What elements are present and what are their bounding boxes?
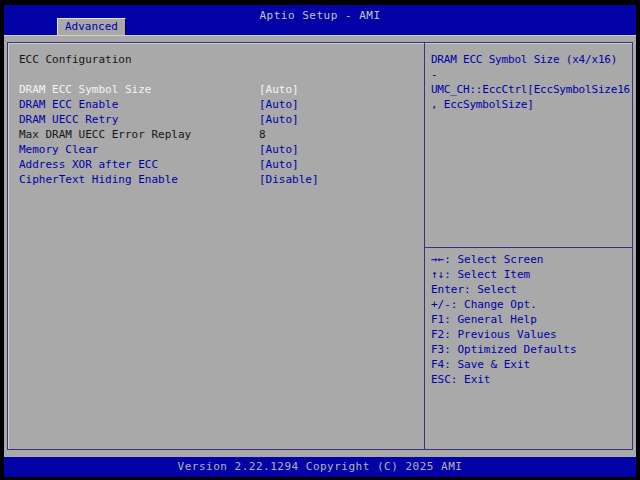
setting-label: DRAM UECC Retry — [19, 112, 118, 127]
bios-setup-screen: Aptio Setup - AMI Advanced ECC Configura… — [4, 5, 636, 477]
setting-row-ciphertext-hiding-enable[interactable]: CipherText Hiding Enable[Disable] — [19, 172, 424, 187]
key-hint-: →←: Select Screen — [431, 252, 630, 267]
setting-row-dram-ecc-enable[interactable]: DRAM ECC Enable[Auto] — [19, 97, 424, 112]
main-area: ECC Configuration DRAM ECC Symbol Size[A… — [4, 36, 636, 457]
help-line: , EccSymbolSize] — [431, 97, 630, 112]
header-bar: Aptio Setup - AMI Advanced — [4, 5, 636, 36]
setting-row-memory-clear[interactable]: Memory Clear[Auto] — [19, 142, 424, 157]
setting-row-dram-uecc-retry[interactable]: DRAM UECC Retry[Auto] — [19, 112, 424, 127]
key-hint-f3: F3: Optimized Defaults — [431, 342, 630, 357]
settings-pane: ECC Configuration DRAM ECC Symbol Size[A… — [8, 43, 424, 449]
item-help-text: DRAM ECC Symbol Size (x4/x16)-UMC_CH::Ec… — [425, 43, 632, 247]
setting-value[interactable]: [Auto] — [259, 157, 299, 172]
key-hint-: ↑↓: Select Item — [431, 267, 630, 282]
setting-value[interactable]: [Auto] — [259, 82, 299, 97]
help-line: - — [431, 67, 630, 82]
version-text: Version 2.22.1294 Copyright (C) 2025 AMI — [178, 460, 463, 473]
setting-value[interactable]: [Auto] — [259, 112, 299, 127]
setting-row-max-dram-uecc-error-replay: Max DRAM UECC Error Replay8 — [19, 127, 424, 142]
key-legend: →←: Select Screen↑↓: Select ItemEnter: S… — [425, 247, 632, 449]
setting-row-dram-ecc-symbol-size[interactable]: DRAM ECC Symbol Size[Auto] — [19, 82, 424, 97]
setting-value: 8 — [259, 127, 266, 142]
key-hint-esc: ESC: Exit — [431, 372, 630, 387]
key-hint-: +/-: Change Opt. — [431, 297, 630, 312]
setting-label: Max DRAM UECC Error Replay — [19, 127, 191, 142]
help-line: UMC_CH::EccCtrl[EccSymbolSize16 — [431, 82, 630, 97]
setting-value[interactable]: [Disable] — [259, 172, 319, 187]
footer-bar: Version 2.22.1294 Copyright (C) 2025 AMI — [4, 457, 636, 477]
setting-label: Address XOR after ECC — [19, 157, 158, 172]
setting-label: DRAM ECC Symbol Size — [19, 82, 151, 97]
setting-label: CipherText Hiding Enable — [19, 172, 178, 187]
content-box: ECC Configuration DRAM ECC Symbol Size[A… — [7, 42, 633, 450]
setting-value[interactable]: [Auto] — [259, 97, 299, 112]
key-hint-f1: F1: General Help — [431, 312, 630, 327]
setting-value[interactable]: [Auto] — [259, 142, 299, 157]
tab-advanced[interactable]: Advanced — [57, 18, 126, 35]
key-hint-f2: F2: Previous Values — [431, 327, 630, 342]
help-line: DRAM ECC Symbol Size (x4/x16) — [431, 52, 630, 67]
key-hint-enter: Enter: Select — [431, 282, 630, 297]
help-pane: DRAM ECC Symbol Size (x4/x16)-UMC_CH::Ec… — [424, 43, 632, 449]
setting-label: Memory Clear — [19, 142, 98, 157]
setting-label: DRAM ECC Enable — [19, 97, 118, 112]
setting-row-address-xor-after-ecc[interactable]: Address XOR after ECC[Auto] — [19, 157, 424, 172]
settings-list: DRAM ECC Symbol Size[Auto]DRAM ECC Enabl… — [19, 82, 424, 187]
section-title: ECC Configuration — [19, 52, 424, 67]
key-hint-f4: F4: Save & Exit — [431, 357, 630, 372]
